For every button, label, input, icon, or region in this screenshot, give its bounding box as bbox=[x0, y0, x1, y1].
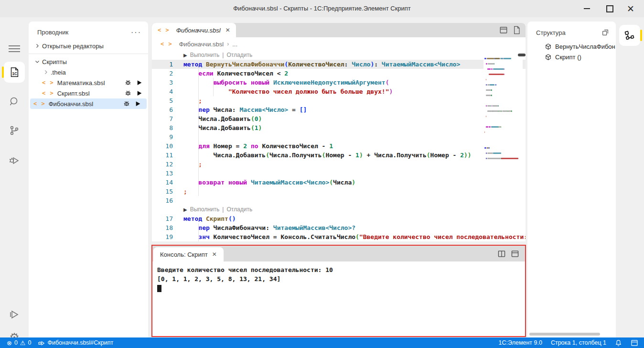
run-file-icon[interactable] bbox=[136, 90, 142, 97]
indent-guide bbox=[213, 78, 214, 96]
tree-section-open-editors[interactable]: Открытые редакторы bbox=[29, 41, 148, 51]
chevron-right-icon bbox=[33, 42, 41, 50]
breadcrumb-file[interactable]: Фибоначчи.sbsl bbox=[179, 41, 224, 48]
tree-section-scripts-root[interactable]: Скрипты bbox=[29, 56, 148, 67]
run-codelens-button[interactable]: Выполнить bbox=[190, 205, 220, 214]
menu-icon[interactable] bbox=[9, 44, 20, 54]
tree-item-Скрипт.sbsl[interactable]: < >Скрипт.sbsl bbox=[29, 88, 148, 98]
structure-item-ВернутьЧислаФибон[interactable]: ВернутьЧислаФибон bbox=[545, 41, 616, 52]
run-file-icon[interactable] bbox=[135, 100, 141, 107]
split-columns-icon[interactable] bbox=[497, 250, 506, 258]
symbol-method-icon bbox=[545, 43, 552, 50]
problems-indicator[interactable]: ⊗ 0 ⚠ 0 bbox=[7, 339, 31, 346]
close-tab-icon[interactable]: ✕ bbox=[225, 27, 230, 33]
console-output[interactable]: Введите количество чисел последовательно… bbox=[152, 261, 525, 336]
code-line[interactable]: 16 bbox=[152, 196, 526, 205]
code-line[interactable]: 8 Числа.Добавить(1) bbox=[152, 123, 526, 132]
console-line: [0, 1, 1, 2, 3, 5, 8, 13, 21, 34] bbox=[157, 274, 520, 283]
activity-bar-left: 1С ⚙ bbox=[0, 17, 29, 337]
panel-layout-icon[interactable] bbox=[499, 26, 508, 34]
terminal-cursor bbox=[157, 285, 161, 292]
indent-guide bbox=[198, 69, 199, 196]
code-line[interactable]: 3 выбросить новый ИсключениеНедопустимый… bbox=[152, 78, 526, 87]
code-line[interactable]: 10 для Номер = 2 по КоличествоЧисел - 1 bbox=[152, 141, 526, 151]
close-tab-icon[interactable]: ✕ bbox=[212, 251, 217, 258]
code-line[interactable]: 19 знч КоличествоЧисел = Консоль.Считать… bbox=[152, 232, 526, 241]
git-branch-icon bbox=[9, 125, 20, 136]
tree-item-theia-folder[interactable]: .theia bbox=[29, 67, 148, 77]
maximize-panel-icon[interactable] bbox=[511, 250, 519, 258]
debug-codelens-button[interactable]: Отладить bbox=[226, 51, 252, 60]
console-panel annotation-rectangle: Консоль: Скрипт ✕ Введите количество чис… bbox=[151, 245, 526, 337]
minimap[interactable] bbox=[483, 52, 523, 163]
horizontal-scrollbar[interactable] bbox=[529, 333, 600, 336]
sidebar-item-explorer-1c[interactable]: 1С bbox=[4, 62, 25, 83]
structure-item-Скрипт ()[interactable]: Скрипт () bbox=[545, 52, 616, 62]
structure-icon bbox=[624, 30, 635, 41]
debug-file-icon[interactable] bbox=[125, 90, 131, 97]
debug-alt-icon bbox=[38, 340, 45, 346]
code-line[interactable]: 4 "Количество чисел должно быть больше д… bbox=[152, 87, 526, 96]
activity-bar-right bbox=[616, 17, 644, 337]
script-file-icon: < > bbox=[161, 41, 172, 47]
search-icon bbox=[9, 96, 20, 108]
run-all-icon bbox=[8, 308, 21, 321]
sidebar-item-run[interactable] bbox=[4, 304, 25, 325]
console-tab-bar: Консоль: Скрипт ✕ bbox=[152, 246, 525, 261]
codelens: ▶Выполнить|Отладить bbox=[152, 205, 526, 214]
code-line[interactable]: 12 ; bbox=[152, 160, 526, 169]
sidebar-item-search[interactable] bbox=[4, 91, 25, 112]
code-line[interactable]: 17метод Скрипт() bbox=[152, 214, 526, 223]
tree-item-Математика.sbsl[interactable]: < >Математика.sbsl bbox=[29, 77, 148, 88]
code-editor[interactable]: ▶Выполнить|Отладить1метод ВернутьЧислаФи… bbox=[152, 51, 526, 241]
code-line[interactable]: 2 если КоличествоЧисел < 2 bbox=[152, 69, 526, 78]
cursor-position[interactable]: Строка 1, столбец 1 bbox=[551, 339, 606, 346]
code-line[interactable]: 6 пер Числа: Массив<Число> = [] bbox=[152, 105, 526, 114]
code-line[interactable]: 7 Числа.Добавить(0) bbox=[152, 114, 526, 123]
close-button[interactable]: ✕ bbox=[621, 0, 640, 17]
file-name: Фибоначчи.sbsl bbox=[49, 100, 93, 108]
debug-target[interactable]: Фибоначчи.sbsl#Скрипт bbox=[38, 339, 113, 346]
svg-text:1С: 1С bbox=[12, 71, 17, 76]
1c-file-icon: 1С bbox=[9, 66, 20, 78]
debug-file-icon[interactable] bbox=[123, 100, 130, 107]
file-tree: < >Математика.sbsl< >Скрипт.sbsl< >Фибон… bbox=[29, 77, 148, 109]
debug-file-icon[interactable] bbox=[125, 79, 131, 86]
maximize-button[interactable] bbox=[600, 0, 619, 17]
notifications-bell-icon[interactable] bbox=[615, 339, 622, 347]
file-name: Скрипт.sbsl bbox=[57, 90, 90, 97]
status-bar: ⊗ 0 ⚠ 0 Фибоначчи.sbsl#Скрипт 1С:Элемент… bbox=[0, 337, 644, 348]
breadcrumb-more[interactable]: ... bbox=[232, 41, 237, 48]
symbol-label: Скрипт () bbox=[555, 54, 581, 61]
file-name: Математика.sbsl bbox=[57, 79, 105, 87]
code-line[interactable]: 13 bbox=[152, 169, 526, 178]
structure-items: ВернутьЧислаФибонСкрипт () bbox=[527, 41, 616, 62]
tree-item-Фибоначчи.sbsl[interactable]: < >Фибоначчи.sbsl bbox=[30, 98, 147, 109]
sidebar-item-structure[interactable] bbox=[619, 25, 640, 46]
open-aside-icon[interactable] bbox=[601, 29, 609, 36]
code-line[interactable]: 9 bbox=[152, 132, 526, 141]
tab-console-script[interactable]: Консоль: Скрипт ✕ bbox=[153, 247, 224, 261]
explorer-panel: Проводник ··· Открытые редакторы Скрипты… bbox=[29, 22, 148, 337]
product-version[interactable]: 1С:Элемент 9.0 bbox=[499, 339, 542, 346]
divider bbox=[29, 54, 148, 54]
code-line[interactable]: 11 Числа.Добавить(Числа.Получить(Номер -… bbox=[152, 151, 526, 160]
code-line[interactable]: 5 ; bbox=[152, 96, 526, 105]
run-codelens-button[interactable]: Выполнить bbox=[190, 51, 220, 60]
debug-codelens-button[interactable]: Отладить bbox=[226, 205, 252, 214]
sidebar-item-run-debug[interactable] bbox=[4, 149, 25, 170]
script-file-icon: < > bbox=[42, 79, 54, 86]
open-file-icon[interactable] bbox=[513, 26, 521, 34]
code-line[interactable]: 14 возврат новый ЧитаемыйМассив<Число>(Ч… bbox=[152, 178, 526, 187]
code-line[interactable]: 18 пер ЧислаФибоначчи: ЧитаемыйМассив<Чи… bbox=[152, 223, 526, 232]
layout-panel-icon[interactable] bbox=[631, 339, 638, 347]
code-line[interactable]: 1метод ВернутьЧислаФибоначчи(КоличествоЧ… bbox=[152, 60, 526, 69]
tab-fibonacci[interactable]: < > Фибоначчи.sbsl ✕ bbox=[152, 23, 236, 37]
active-indicator bbox=[640, 30, 642, 41]
scrollbar-marker[interactable] bbox=[518, 54, 526, 56]
run-file-icon[interactable] bbox=[136, 79, 142, 86]
minimize-button[interactable] bbox=[577, 0, 596, 17]
sidebar-item-source-control[interactable] bbox=[4, 120, 25, 141]
code-line[interactable]: 15; bbox=[152, 187, 526, 196]
more-actions-icon[interactable]: ··· bbox=[131, 31, 141, 34]
